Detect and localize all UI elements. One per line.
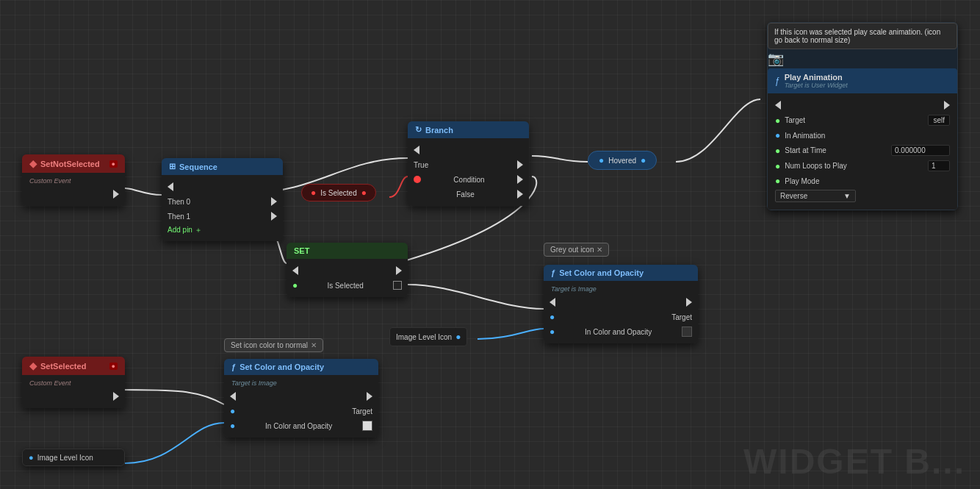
in-color-opacity-label-top: In Color and Opacity: [585, 328, 652, 336]
pin-indicator2: ●: [109, 363, 118, 370]
set-not-selected-exec-row: [22, 187, 125, 201]
then0-pin[interactable]: [271, 197, 277, 206]
play-anim-animation-left: ● In Animation: [775, 130, 825, 140]
then1-pin[interactable]: [271, 212, 277, 221]
set-color-opacity-top-subtitle: Target is Image: [544, 285, 698, 295]
branch-false-pin[interactable]: [517, 175, 523, 184]
set-body: ● Is Selected: [287, 259, 408, 297]
set-color-top-exec-row: [544, 295, 698, 310]
image-level-icon-top-label: Image Level Icon: [396, 333, 452, 341]
loops-label: Num Loops to Play: [785, 162, 847, 170]
event-icon: ◆: [29, 158, 37, 169]
mode-pin: ●: [775, 176, 780, 186]
set-selected-node: ◆ SetSelected ● Custom Event: [22, 357, 125, 408]
set-title: SET: [294, 246, 309, 255]
play-animation-header: ƒ Play Animation Target is User Widget: [768, 68, 957, 93]
set-color-bottom-exec-row: [224, 389, 378, 404]
branch-icon: ↻: [415, 125, 422, 135]
start-time-label: Start at Time: [785, 146, 826, 154]
branch-false-row: False: [408, 187, 529, 201]
set-color-bottom-exec-out[interactable]: [367, 392, 372, 401]
set-color-top-exec-in: [550, 298, 555, 307]
set-color-top-exec-out[interactable]: [686, 298, 692, 307]
play-mode-dropdown-row: Reverse ▼: [768, 188, 957, 205]
set-not-selected-node: ◆ SetNotSelected ● Custom Event: [22, 154, 125, 206]
set-color-opacity-top-header: ƒ Set Color and Opacity: [544, 265, 698, 281]
exec-out-pin[interactable]: [113, 190, 119, 199]
set-color-opacity-top-body: Target is Image ● Target ● In Color and …: [544, 281, 698, 343]
branch-condition-row: Condition: [408, 172, 529, 187]
dropdown-chevron: ▼: [843, 192, 851, 200]
is-selected-pin-out: ●: [361, 188, 367, 198]
target-self-value[interactable]: self: [928, 115, 950, 126]
opacity-pin-bottom: ●: [230, 421, 235, 431]
sequence-header: ⊞ Sequence: [162, 158, 283, 175]
play-anim-exec-out[interactable]: [944, 101, 950, 110]
set-header: SET: [287, 243, 408, 259]
set-exec-in: [292, 266, 298, 275]
func-icon-top: ƒ: [551, 268, 555, 277]
in-color-opacity-label-bottom: In Color and Opacity: [265, 422, 332, 430]
loops-input[interactable]: [928, 160, 950, 171]
event-icon2: ◆: [29, 360, 37, 371]
branch-condition-label: Condition: [453, 176, 484, 184]
exec-out-pin2[interactable]: [113, 392, 119, 401]
set-isselected-row: ● Is Selected: [287, 278, 408, 293]
play-animation-panel: If this icon was selected play scale ani…: [767, 22, 958, 210]
set-color-opacity-bottom-header: ƒ Set Color and Opacity: [224, 359, 378, 375]
sequence-exec-row: [162, 179, 283, 194]
play-anim-mode-left: ● Play Mode: [775, 176, 820, 186]
image-level-icon-bottom-node: ● Image Level Icon: [22, 449, 125, 466]
play-anim-target-left: ● Target: [775, 115, 805, 126]
is-selected-node: ● Is Selected ●: [301, 184, 376, 201]
camera-icon: 📷: [768, 51, 784, 67]
play-animation-tooltip: If this icon was selected play scale ani…: [768, 23, 957, 49]
set-selected-subtitle: Custom Event: [22, 379, 125, 389]
branch-title: Branch: [425, 126, 453, 135]
color-swatch-top[interactable]: [682, 326, 692, 337]
set-is-selected-checkbox[interactable]: [393, 281, 402, 290]
play-anim-func-icon: ƒ: [775, 76, 780, 86]
is-selected-label: Is Selected: [320, 189, 356, 197]
sequence-body: Then 0 Then 1 Add pin ＋: [162, 175, 283, 241]
play-animation-body: ● Target self ● In Animation ● Start at …: [768, 93, 957, 210]
add-pin[interactable]: Add pin ＋: [162, 224, 283, 237]
start-time-input[interactable]: [891, 145, 950, 156]
set-icon-color-close[interactable]: ✕: [311, 341, 317, 349]
set-color-bottom-exec-in: [230, 392, 236, 401]
sequence-node: ⊞ Sequence Then 0 Then 1 Add pin ＋: [162, 158, 283, 241]
play-mode-dropdown[interactable]: Reverse ▼: [775, 190, 856, 202]
color-swatch-bottom[interactable]: [362, 421, 372, 431]
then1-row: Then 1: [162, 209, 283, 224]
set-not-selected-header: ◆ SetNotSelected ●: [22, 154, 125, 173]
image-level-icon-bottom-header: ● Image Level Icon: [23, 449, 124, 465]
set-selected-header: ◆ SetSelected ●: [22, 357, 125, 375]
func-icon-bottom: ƒ: [231, 363, 236, 371]
set-exec-row: [287, 263, 408, 278]
set-color-bottom-opacity-row: ● In Color and Opacity: [224, 418, 378, 433]
sequence-title: Sequence: [179, 163, 217, 171]
hovered-pin-out: ●: [641, 155, 646, 165]
image-level-icon-top-node: Image Level Icon ●: [389, 327, 467, 346]
set-color-opacity-top-node: ƒ Set Color and Opacity Target is Image …: [544, 265, 698, 343]
set-icon-color-label: Set icon color to normal: [231, 341, 308, 349]
target-green-pin: ●: [775, 115, 780, 126]
branch-node: ↻ Branch True Condition False: [408, 121, 529, 206]
branch-true-row: True: [408, 157, 529, 172]
set-selected-body: Custom Event: [22, 375, 125, 408]
branch-true-pin[interactable]: [517, 160, 523, 169]
set-not-selected-title: SetNotSelected: [40, 160, 100, 168]
play-animation-tooltip-text: If this icon was selected play scale ani…: [774, 28, 940, 44]
image-level-icon-top-pin: ●: [455, 332, 461, 342]
grey-out-close[interactable]: ✕: [597, 246, 602, 254]
set-exec-out[interactable]: [396, 266, 402, 275]
branch-header: ↻ Branch: [408, 121, 529, 138]
branch-false-pin2[interactable]: [517, 190, 523, 199]
branch-body: True Condition False: [408, 138, 529, 206]
set-not-selected-subtitle: Custom Event: [22, 177, 125, 187]
set-color-opacity-top-title: Set Color and Opacity: [559, 268, 644, 277]
play-anim-start-time-row: ● Start at Time: [768, 143, 957, 158]
play-anim-mode-row: ● Play Mode: [768, 174, 957, 188]
hovered-label: Hovered: [608, 157, 636, 165]
opacity-pin-top: ●: [550, 326, 555, 337]
